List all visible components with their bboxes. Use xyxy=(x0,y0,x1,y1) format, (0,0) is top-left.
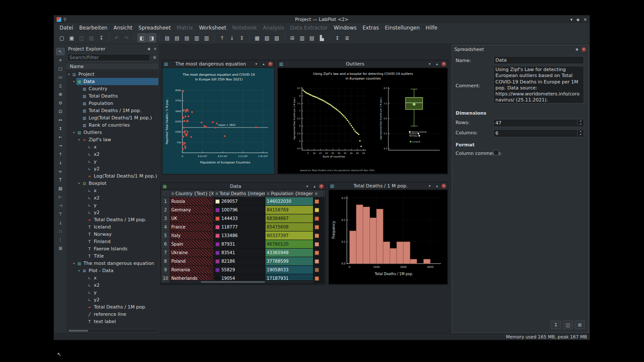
cell-extra[interactable] xyxy=(313,206,324,214)
add-image-tool-icon[interactable]: ▧ xyxy=(56,185,65,192)
remove-rows-icon[interactable]: ▤ xyxy=(182,33,191,42)
shade-window-icon[interactable]: ▾ xyxy=(427,183,432,188)
dangerous-window-titlebar[interactable]: ▧ The most dangerous equation ▾ ▴ × xyxy=(162,60,274,68)
insert-row-above-icon[interactable]: ▤ xyxy=(163,33,172,42)
table-corner-cell[interactable] xyxy=(161,190,170,197)
tree-item-x2[interactable]: ∟x2 xyxy=(66,151,158,158)
view-rows-icon[interactable]: ▤ xyxy=(307,33,316,42)
row-number[interactable]: 8 xyxy=(161,257,170,266)
cell-population[interactable]: 68384867 xyxy=(265,214,313,223)
redo-icon[interactable]: ↷ xyxy=(122,33,131,42)
shade-window-icon[interactable]: ▾ xyxy=(427,61,432,66)
cell-population[interactable]: 19058033 xyxy=(265,266,313,274)
cell-total-deaths[interactable]: 55829 xyxy=(214,266,265,274)
remove-columns-icon[interactable]: ▥ xyxy=(202,33,211,42)
column-header-population-integer-y[interactable]: ≣Population {Integer} [Y] xyxy=(265,190,313,197)
export-icon[interactable]: ↧ xyxy=(97,33,106,42)
close-window-icon[interactable]: × xyxy=(268,62,273,66)
filter-options-icon[interactable]: ≣ xyxy=(152,55,158,59)
row-number[interactable]: 10 xyxy=(161,274,170,283)
spin-up-icon[interactable]: ▴ xyxy=(578,119,584,122)
tree-item-y2[interactable]: ∟y2 xyxy=(66,296,158,303)
row-number[interactable]: 7 xyxy=(161,249,170,257)
view-grid-icon[interactable]: ⊞ xyxy=(288,33,297,42)
cell-extra[interactable] xyxy=(313,257,324,266)
distribute-vertical-tool-icon[interactable]: ⋮ xyxy=(56,236,65,243)
cell-population[interactable]: 60337397 xyxy=(265,231,313,240)
cell-total-deaths[interactable]: 83541 xyxy=(214,249,265,257)
statistics-icon[interactable]: ▙ xyxy=(317,33,326,42)
close-dock-icon[interactable]: × xyxy=(581,47,586,52)
column-header-country-text-x[interactable]: ≣Country {Text} [X] xyxy=(170,190,214,197)
cell-total-deaths[interactable]: 82186 xyxy=(214,257,265,266)
tree-item-x[interactable]: ∟x xyxy=(66,274,158,282)
cell-total-deaths[interactable]: 144433 xyxy=(214,214,265,223)
zoom-x-select-tool-icon[interactable]: ▭ xyxy=(56,74,65,81)
menu-matrix[interactable]: Matrix xyxy=(174,24,196,32)
row-number[interactable]: 1 xyxy=(161,197,170,206)
cell-country[interactable]: Spain xyxy=(170,240,214,249)
auto-scale-y-tool-icon[interactable]: ↕ xyxy=(56,125,65,132)
menu-bearbeiten[interactable]: Bearbeiten xyxy=(76,24,110,32)
crosshair-tool-icon[interactable]: + xyxy=(56,56,65,64)
document-open-icon[interactable]: ▣ xyxy=(67,33,76,42)
tree-item-reference-line[interactable]: ╱reference line xyxy=(66,311,158,318)
tree-item-finland[interactable]: TFinland xyxy=(66,238,158,245)
close-window-icon[interactable]: × xyxy=(441,62,446,66)
tree-item-population[interactable]: ▥Population xyxy=(66,100,158,107)
close-window-icon[interactable]: × xyxy=(319,184,324,189)
cell-population[interactable]: 37788599 xyxy=(265,257,313,266)
tree-item-data[interactable]: ▾▦Data xyxy=(66,78,158,85)
float-dock-icon[interactable]: ◈ xyxy=(148,47,151,51)
maximize-window-icon[interactable]: ▴ xyxy=(312,184,317,189)
expander-icon[interactable]: ▾ xyxy=(77,269,81,273)
expander-icon[interactable]: ▾ xyxy=(72,80,76,83)
toggle-properties-explorer-icon[interactable]: ◨ xyxy=(147,33,156,42)
close-button[interactable]: × xyxy=(584,17,587,22)
histogram-window-titlebar[interactable]: ▧ Total Deaths / 1 M pop. ▾ ▴ × xyxy=(328,182,448,190)
maximize-window-icon[interactable]: ▴ xyxy=(434,61,440,66)
tree-item-log-total-deaths-1-m-pop[interactable]: ≈Log(Total Deaths/1 M pop.) xyxy=(66,172,158,180)
align-top-tool-icon[interactable]: ⊤ xyxy=(56,211,65,218)
cell-extra[interactable] xyxy=(313,223,324,231)
project-explorer-header[interactable]: Project Explorer ◈ × xyxy=(66,45,159,52)
document-save-icon[interactable]: ◫ xyxy=(77,33,86,42)
histogram-worksheet[interactable]: 01500300045000.00.10.20.3Total Deaths / … xyxy=(329,190,447,284)
cell-extra[interactable] xyxy=(313,240,324,249)
cell-total-deaths[interactable]: 87931 xyxy=(214,240,265,249)
expander-icon[interactable]: ▾ xyxy=(72,131,76,134)
spin-down-icon[interactable]: ▾ xyxy=(578,133,584,136)
align-left-tool-icon[interactable]: ⊢ xyxy=(56,193,65,201)
document-new-icon[interactable]: ▢ xyxy=(57,33,66,42)
row-number[interactable]: 5 xyxy=(161,231,170,240)
zoom-select-tool-icon[interactable]: ▢ xyxy=(56,65,65,72)
tree-item-total-deaths-1m-pop[interactable]: ▥Total Deaths / 1M pop. xyxy=(66,107,158,114)
tree-item-x2[interactable]: ∟x2 xyxy=(66,194,158,202)
zoom-out-tool-icon[interactable]: ⊖ xyxy=(56,99,65,107)
scrollbar-thumb[interactable] xyxy=(201,281,265,283)
add-curve-tool-icon[interactable]: ≈ xyxy=(56,168,65,175)
rows-input[interactable] xyxy=(493,119,584,127)
sort-descending-icon[interactable]: ↓ xyxy=(227,33,236,42)
minimize-button[interactable]: ▾ xyxy=(570,17,572,22)
shift-down-tool-icon[interactable]: ↓ xyxy=(56,159,65,166)
tree-item-faeroe-islands[interactable]: TFaeroe Islands xyxy=(66,245,158,252)
tree-item-y[interactable]: ∟y xyxy=(66,158,158,165)
export-spreadsheet-button[interactable]: ⊞ xyxy=(575,320,585,329)
menu-analysis[interactable]: Analysis xyxy=(260,24,287,32)
column-options-icon[interactable]: ≣ xyxy=(343,33,352,42)
float-dock-icon[interactable]: ◈ xyxy=(575,47,578,51)
cell-extra[interactable] xyxy=(313,249,324,257)
distribute-horizontal-tool-icon[interactable]: ∷ xyxy=(56,228,65,235)
cell-extra[interactable] xyxy=(313,214,324,223)
data-window-titlebar[interactable]: ▦ Data ▾ ▴ × xyxy=(161,183,325,190)
menu-einstellungen[interactable]: Einstellungen xyxy=(382,24,423,32)
tree-item-project[interactable]: ▾▤Project xyxy=(66,71,158,78)
spreadsheet-name-input[interactable] xyxy=(493,56,584,64)
cell-extra[interactable] xyxy=(313,266,324,274)
menu-data-extractor[interactable]: Data Extractor xyxy=(287,24,331,32)
properties-dock-header[interactable]: Spreadsheet ◈ × xyxy=(452,45,588,52)
zoom-fit-tool-icon[interactable]: ⊡ xyxy=(56,108,65,115)
insert-column-left-icon[interactable]: ▥ xyxy=(192,33,201,42)
cell-population[interactable]: 84158769 xyxy=(265,206,313,214)
